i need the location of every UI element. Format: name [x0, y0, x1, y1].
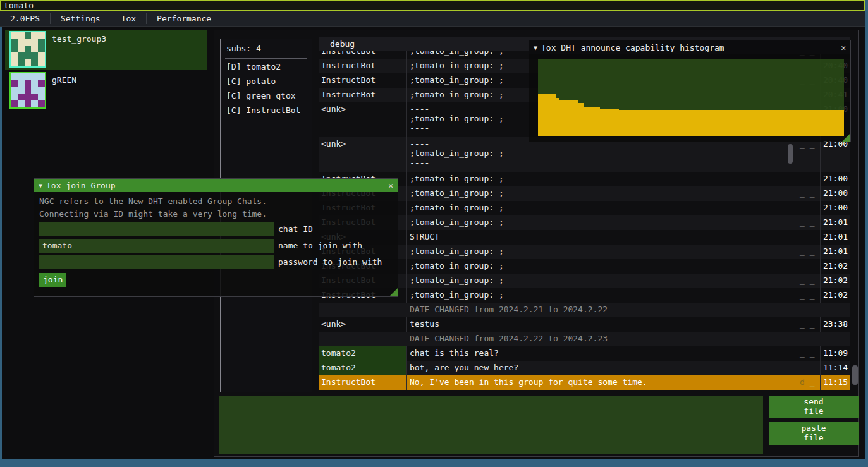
- sender-name: InstructBot: [319, 59, 407, 73]
- message-row[interactable]: InstructBot;tomato_in_group: ;_ _21:01: [319, 245, 850, 259]
- histogram-bar-segment: [538, 94, 556, 136]
- field-label: name to join with: [278, 241, 362, 250]
- timestamp: 21:00: [821, 201, 850, 215]
- window-titlebar[interactable]: tomato: [0, 0, 865, 11]
- resize-grip[interactable]: [389, 288, 398, 296]
- message-row[interactable]: <unk>testus_ _23:38: [319, 317, 850, 332]
- delivery-flags: _ _: [797, 288, 821, 303]
- avatar-pixel: [38, 39, 45, 46]
- delivery-flags: _ _: [797, 259, 821, 274]
- timestamp: 11:14: [821, 361, 850, 375]
- sidebar-item-green[interactable]: gREEN: [5, 71, 207, 111]
- message-input[interactable]: [219, 396, 763, 454]
- avatar-pixel: [31, 39, 38, 46]
- avatar-pixel: [11, 94, 18, 100]
- date-changed-row[interactable]: DATE CHANGED from 2024.2.22 to 2024.2.23: [319, 332, 850, 346]
- message-row[interactable]: InstructBot;tomato_in_group: ;_ _21:00: [319, 172, 850, 186]
- message-text: ---- ;tomato_in_group: ; ----: [407, 137, 797, 172]
- subs-count-label: subs: 4: [221, 39, 312, 53]
- close-icon[interactable]: ✕: [841, 43, 846, 52]
- send-file-button[interactable]: send file: [769, 396, 859, 418]
- timestamp: 23:38: [821, 317, 850, 332]
- avatar-pixel: [11, 32, 18, 39]
- message-row[interactable]: InstructBot;tomato_in_group: ;_ _21:02: [319, 259, 850, 274]
- message-row[interactable]: tomato2bot, are you new here?_ _11:14: [319, 361, 850, 375]
- chat-id-input[interactable]: [39, 222, 274, 236]
- message-row[interactable]: InstructBot;tomato_in_group: ;_ _21:02: [319, 274, 850, 288]
- message-row[interactable]: tomato2chat is this real?_ _11:09: [319, 346, 850, 361]
- timestamp: 21:01: [821, 245, 850, 259]
- dht-capability-histogram-plot: [538, 59, 844, 136]
- message-scrollbar-thumb[interactable]: [788, 144, 793, 164]
- avatar-pixel: [11, 73, 18, 80]
- message-text: chat is this real?: [407, 346, 797, 361]
- avatar-pixel: [25, 52, 32, 59]
- sender-name: InstructBot: [319, 375, 407, 390]
- name-to-join-with-input[interactable]: tomato: [39, 239, 274, 253]
- field-label: chat ID: [278, 224, 313, 234]
- join-field-row: chat ID: [39, 222, 396, 236]
- separator: [225, 58, 307, 59]
- avatar-pixel: [25, 46, 32, 53]
- message-row[interactable]: <unk>---- ;tomato_in_group: ; ----_ _21:…: [319, 137, 850, 172]
- avatar-pixel: [11, 87, 18, 94]
- timestamp: 21:02: [821, 288, 850, 303]
- menu-item-2-0fps[interactable]: 2.0FPS: [0, 11, 50, 26]
- avatar-pixel: [18, 87, 25, 94]
- sender-name: <unk>: [319, 137, 407, 172]
- avatar-pixel: [38, 87, 45, 94]
- date-changed-text: DATE CHANGED from 2024.2.21 to 2024.2.22: [319, 303, 850, 317]
- message-text: ;tomato_in_group: ;: [407, 274, 797, 288]
- timestamp: 21:01: [821, 230, 850, 245]
- member-row-potato[interactable]: [C] potato: [221, 75, 312, 89]
- message-row[interactable]: InstructBotNo, I've been in this group f…: [319, 375, 850, 390]
- histogram-window-titlebar[interactable]: ▼ Tox DHT announce capability histogram …: [529, 40, 850, 54]
- message-row[interactable]: InstructBot;tomato_in_group: ;_ _21:02: [319, 288, 850, 303]
- message-row[interactable]: InstructBot;tomato_in_group: ;_ _21:00: [319, 201, 850, 215]
- sidebar-item-test-group3[interactable]: test_group3: [5, 30, 207, 70]
- message-row[interactable]: <unk>STRUCT_ _21:01: [319, 230, 850, 245]
- histogram-bar-segment: [584, 107, 600, 136]
- member-row-green_qtox[interactable]: [C] green_qtox: [221, 89, 312, 104]
- menu-item-settings[interactable]: Settings: [51, 11, 111, 26]
- window-scrollbar-thumb[interactable]: [852, 365, 858, 385]
- message-row[interactable]: InstructBot;tomato_in_group: ;_ _21:01: [319, 215, 850, 230]
- histogram-bar-segment: [619, 110, 844, 136]
- date-changed-text: DATE CHANGED from 2024.2.22 to 2024.2.23: [319, 332, 850, 346]
- avatar-pixel: [25, 32, 32, 39]
- resize-grip[interactable]: [842, 133, 850, 142]
- sender-name: tomato2: [319, 346, 407, 361]
- avatar-pixel: [38, 94, 45, 100]
- avatar-pixel: [11, 100, 18, 107]
- password-to-join-with-input[interactable]: [39, 255, 274, 269]
- message-text: ;tomato_in_group: ;: [407, 201, 797, 215]
- avatar-pixel: [18, 80, 25, 87]
- message-text: bot, are you new here?: [407, 361, 797, 375]
- avatar-pixel: [18, 73, 25, 80]
- avatar-pixel: [11, 52, 18, 59]
- message-text: ;tomato_in_group: ;: [407, 245, 797, 259]
- menu-item-tox[interactable]: Tox: [111, 11, 146, 26]
- avatar-pixel: [31, 52, 38, 59]
- member-row-tomato2[interactable]: [D] tomato2: [221, 60, 312, 75]
- tab-debug[interactable]: debug: [319, 37, 355, 49]
- message-row[interactable]: InstructBot;tomato_in_group: ;_ _21:00: [319, 186, 850, 201]
- delivery-flags: _ _: [797, 186, 821, 201]
- join-button[interactable]: join: [39, 273, 66, 287]
- menu-item-performance[interactable]: Performance: [147, 11, 221, 26]
- message-text: ;tomato_in_group: ;: [407, 288, 797, 303]
- message-text: ;tomato_in_group: ;: [407, 186, 797, 201]
- date-changed-row[interactable]: DATE CHANGED from 2024.2.21 to 2024.2.22: [319, 303, 850, 317]
- close-icon[interactable]: ✕: [388, 181, 393, 190]
- sender-name: <unk>: [319, 102, 407, 137]
- avatar-pixel: [18, 100, 25, 107]
- delivery-flags: _ _: [797, 172, 821, 186]
- delivery-flags: _ _: [797, 361, 821, 375]
- join-window-titlebar[interactable]: ▼ Tox join Group ✕: [34, 179, 398, 192]
- delivery-flags: _ _: [797, 230, 821, 245]
- avatar-pixel: [11, 59, 18, 66]
- avatar-pixel: [38, 59, 45, 66]
- avatar-pixel: [31, 80, 38, 87]
- paste-file-button[interactable]: paste file: [769, 422, 859, 445]
- member-row-instructbot[interactable]: [C] InstructBot: [221, 104, 312, 118]
